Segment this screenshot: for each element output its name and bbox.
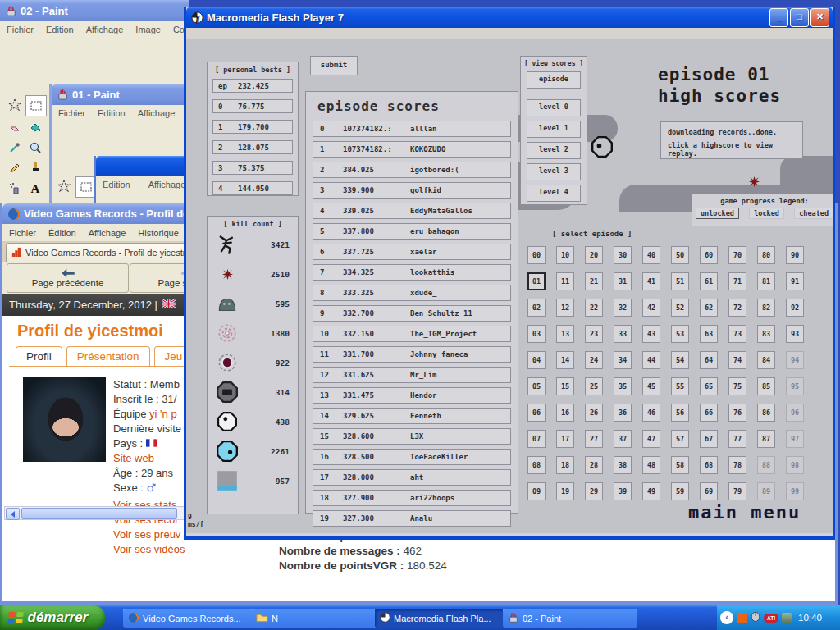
close-button[interactable]: ✕	[810, 8, 829, 27]
episode-cell-16[interactable]: 16	[556, 404, 574, 422]
episode-cell-77[interactable]: 77	[728, 430, 746, 448]
score-row[interactable]: 10332.150The_TGM_Project	[313, 326, 511, 342]
episode-cell-55[interactable]: 55	[671, 377, 689, 395]
episode-cell-95[interactable]: 95	[786, 377, 804, 395]
score-row[interactable]: 9332.700Ben_Schultz_11	[313, 305, 511, 322]
view-scores-level-3[interactable]: level 3	[527, 163, 581, 180]
episode-cell-28[interactable]: 28	[585, 456, 603, 474]
score-row[interactable]: 5337.800eru_bahagon	[313, 223, 511, 240]
episode-cell-85[interactable]: 85	[757, 377, 775, 395]
episode-cell-03[interactable]: 03	[527, 325, 546, 343]
uk-flag-icon[interactable]	[162, 299, 176, 311]
episode-cell-47[interactable]: 47	[642, 430, 660, 448]
brush-icon[interactable]	[25, 158, 45, 178]
episode-cell-70[interactable]: 70	[728, 246, 746, 264]
view-scores-episode[interactable]: episode	[527, 71, 581, 89]
view-scores-level-1[interactable]: level 1	[527, 121, 581, 138]
episode-cell-18[interactable]: 18	[556, 456, 574, 474]
episode-cell-75[interactable]: 75	[728, 377, 746, 395]
scroll-thumb[interactable]	[21, 508, 177, 519]
fill-icon[interactable]	[25, 117, 45, 137]
episode-cell-22[interactable]: 22	[585, 299, 603, 317]
submit-button[interactable]: submit	[310, 56, 358, 75]
episode-cell-45[interactable]: 45	[642, 377, 660, 395]
score-row[interactable]: 6337.725xaelar	[313, 244, 511, 260]
episode-cell-74[interactable]: 74	[728, 351, 746, 369]
minimize-button[interactable]: _	[769, 8, 788, 27]
tray-mouse-icon[interactable]	[751, 610, 760, 625]
episode-cell-88[interactable]: 88	[757, 456, 775, 474]
scroll-left-button[interactable]	[6, 508, 20, 520]
paint02-titlebar[interactable]: 02 - Paint	[0, 0, 189, 21]
tray-clock[interactable]: 10:40	[798, 613, 822, 623]
text-tool-icon[interactable]: A	[25, 179, 45, 199]
episode-cell-91[interactable]: 91	[786, 272, 804, 290]
episode-cell-13[interactable]: 13	[556, 325, 574, 343]
episode-cell-60[interactable]: 60	[700, 246, 718, 264]
episode-cell-02[interactable]: 02	[527, 299, 546, 317]
episode-cell-59[interactable]: 59	[671, 482, 689, 500]
episode-cell-04[interactable]: 04	[527, 351, 546, 369]
episode-cell-53[interactable]: 53	[671, 325, 689, 343]
episode-cell-20[interactable]: 20	[585, 246, 603, 264]
episode-cell-65[interactable]: 65	[700, 377, 718, 395]
menu-item[interactable]: Fichier	[9, 228, 36, 238]
profile-website-link[interactable]: Site web	[113, 452, 154, 464]
episode-cell-27[interactable]: 27	[585, 430, 603, 448]
score-row[interactable]: 0107374182.:alllan	[313, 121, 511, 137]
episode-cell-49[interactable]: 49	[642, 482, 660, 500]
menu-item[interactable]: Edition	[46, 25, 74, 34]
episode-cell-87[interactable]: 87	[757, 430, 775, 448]
episode-cell-37[interactable]: 37	[614, 430, 632, 448]
male-symbol-icon[interactable]: ♂	[146, 482, 156, 494]
episode-cell-41[interactable]: 41	[642, 272, 660, 290]
menu-item[interactable]: Edition	[98, 108, 126, 118]
episode-cell-46[interactable]: 46	[642, 404, 660, 422]
episode-cell-24[interactable]: 24	[585, 351, 603, 369]
episode-cell-01[interactable]: 01	[527, 272, 546, 290]
episode-cell-67[interactable]: 67	[700, 430, 718, 448]
main-menu-button[interactable]: main menu	[688, 502, 801, 523]
episode-cell-96[interactable]: 96	[786, 404, 804, 422]
start-button[interactable]: démarrer	[0, 605, 105, 630]
episode-cell-68[interactable]: 68	[700, 456, 718, 474]
episode-cell-05[interactable]: 05	[527, 377, 546, 395]
episode-cell-42[interactable]: 42	[642, 299, 660, 317]
episode-cell-64[interactable]: 64	[700, 351, 718, 369]
episode-cell-99[interactable]: 99	[786, 482, 804, 500]
freeform-select-icon[interactable]	[54, 176, 74, 196]
taskbar-task-flash[interactable]: Macromedia Flash Pla...	[375, 609, 509, 628]
episode-cell-23[interactable]: 23	[585, 325, 603, 343]
episode-cell-81[interactable]: 81	[757, 272, 775, 290]
menu-item[interactable]: Affichage	[86, 25, 124, 34]
episode-cell-17[interactable]: 17	[556, 430, 574, 448]
episode-cell-54[interactable]: 54	[671, 351, 689, 369]
score-row[interactable]: 8333.325xdude_	[313, 285, 511, 301]
score-row[interactable]: 11331.700Johnny_faneca	[313, 346, 511, 363]
episode-cell-09[interactable]: 09	[527, 482, 546, 500]
score-row[interactable]: 7334.325lookatthis	[313, 264, 511, 281]
episode-cell-30[interactable]: 30	[614, 246, 632, 264]
episode-cell-97[interactable]: 97	[786, 430, 804, 448]
episode-cell-07[interactable]: 07	[527, 430, 546, 448]
taskbar-task-folder[interactable]: N	[251, 609, 381, 628]
view-scores-level-2[interactable]: level 2	[527, 142, 581, 159]
episode-cell-58[interactable]: 58	[671, 456, 689, 474]
episode-cell-21[interactable]: 21	[585, 272, 603, 290]
episode-cell-82[interactable]: 82	[757, 299, 775, 317]
score-row[interactable]: 4339.025EddyMataGallos	[313, 203, 511, 219]
episode-cell-72[interactable]: 72	[728, 299, 746, 317]
h-scrollbar[interactable]	[4, 506, 191, 520]
score-row[interactable]: 2384.925igotbored:(	[313, 162, 511, 178]
rect-select-icon[interactable]	[25, 95, 47, 116]
episode-cell-34[interactable]: 34	[614, 351, 632, 369]
view-scores-level-0[interactable]: level 0	[527, 99, 581, 116]
episode-cell-86[interactable]: 86	[757, 404, 775, 422]
episode-cell-51[interactable]: 51	[671, 272, 689, 290]
profile-team-link[interactable]: yi 'n p	[149, 408, 177, 420]
tray-ati-icon[interactable]: ATI	[764, 614, 778, 623]
score-row[interactable]: 15328.600L3X	[313, 428, 511, 445]
episode-cell-40[interactable]: 40	[642, 246, 660, 264]
episode-cell-25[interactable]: 25	[585, 377, 603, 395]
episode-cell-78[interactable]: 78	[728, 456, 746, 474]
